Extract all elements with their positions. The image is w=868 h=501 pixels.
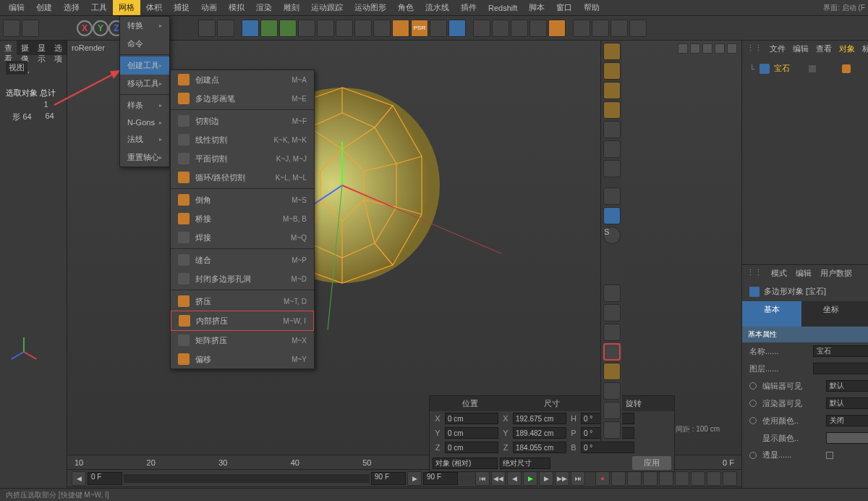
submenu-item[interactable]: 偏移M~Y: [171, 350, 314, 369]
coord-mode[interactable]: 对象 (相对): [433, 458, 498, 469]
phong-tag-icon[interactable]: [842, 64, 851, 73]
omtab-tags[interactable]: 标签: [862, 43, 868, 54]
rot-b[interactable]: [581, 442, 634, 453]
prop-usecolor[interactable]: 关闭: [826, 415, 868, 426]
menu-help[interactable]: 帮助: [578, 0, 605, 15]
mode-icon[interactable]: [603, 43, 621, 60]
key-icon[interactable]: [691, 471, 705, 486]
mode-icon[interactable]: [603, 62, 621, 80]
mode-icon[interactable]: [603, 343, 621, 361]
amtab-mode[interactable]: 模式: [771, 268, 787, 279]
radio-icon[interactable]: [749, 452, 757, 459]
submenu-item[interactable]: 内部挤压M~W, I: [171, 311, 314, 331]
submenu-item[interactable]: 矩阵挤压M~X: [171, 331, 314, 350]
submenu-item[interactable]: 多边形画笔M~E: [171, 89, 314, 108]
play-start[interactable]: ⏮: [475, 471, 490, 486]
menu-tools[interactable]: 工具: [85, 0, 113, 15]
submenu-item[interactable]: 平面切割K~J, M~J: [171, 149, 314, 168]
tab-display[interactable]: 显示: [33, 41, 50, 55]
prop-layer[interactable]: [813, 363, 868, 374]
play-play[interactable]: ▶: [523, 471, 537, 486]
vp-icon[interactable]: [727, 43, 737, 54]
vp-icon[interactable]: [702, 43, 712, 54]
size-z[interactable]: [513, 442, 566, 453]
mode-icon[interactable]: [603, 421, 621, 439]
size-y[interactable]: [513, 427, 566, 439]
prop-rendervis[interactable]: 默认: [826, 397, 868, 409]
timeline-prev[interactable]: ◀: [72, 471, 86, 486]
menu-char[interactable]: 角色: [392, 0, 420, 15]
submenu-item[interactable]: 焊接M~Q: [171, 228, 314, 247]
pos-z[interactable]: [445, 442, 498, 453]
mi-ngons[interactable]: N-Gons▸: [120, 114, 169, 130]
menu-select[interactable]: 选择: [58, 0, 85, 15]
menu-sim[interactable]: 模拟: [223, 0, 250, 15]
tab-options[interactable]: 选项: [50, 41, 67, 55]
mode-icon[interactable]: [603, 188, 621, 205]
attrtab-coord[interactable]: 坐标: [801, 301, 861, 327]
checkbox-xray[interactable]: [826, 452, 833, 459]
menu-edit[interactable]: 编辑: [3, 0, 30, 15]
mode-icon[interactable]: [603, 207, 621, 224]
submenu-item[interactable]: 线性切割K~K, M~K: [171, 130, 314, 149]
mi-normals[interactable]: 法线▸: [120, 130, 169, 148]
key-icon[interactable]: [627, 471, 642, 486]
menu-render[interactable]: 渲染: [250, 0, 278, 15]
layout-label[interactable]: 界面: 启动 (F: [823, 3, 865, 13]
mi-convert[interactable]: 转换▸: [120, 17, 169, 35]
tool-undo-icon[interactable]: [3, 20, 20, 37]
attrtab-basic[interactable]: 基本: [742, 301, 801, 327]
tool-icon[interactable]: [317, 20, 334, 37]
amtab-userdata[interactable]: 用户数据: [820, 268, 852, 279]
tree-item-gem[interactable]: └ 宝石: [749, 62, 868, 75]
autokey[interactable]: [611, 471, 626, 486]
mi-spline[interactable]: 样条▸: [120, 96, 169, 114]
rec-key[interactable]: ●: [595, 471, 610, 486]
tool-icon[interactable]: [354, 20, 372, 37]
play-back[interactable]: ◀◀: [491, 471, 506, 486]
tool-icon[interactable]: [592, 20, 609, 37]
tool-icon[interactable]: [336, 20, 353, 37]
coord-abs[interactable]: 绝对尺寸: [500, 458, 550, 469]
tool-icon[interactable]: [198, 20, 216, 37]
tool-icon[interactable]: [260, 20, 278, 37]
play-end[interactable]: ⏭: [571, 471, 585, 486]
key-icon[interactable]: [675, 471, 689, 486]
menu-window[interactable]: 窗口: [550, 0, 578, 15]
submenu-item[interactable]: 挤压M~T, D: [171, 292, 314, 311]
play-next[interactable]: ▶: [539, 471, 553, 486]
mi-create-tools[interactable]: 创建工具▸: [120, 56, 169, 75]
pos-x[interactable]: [445, 413, 498, 424]
tab-view[interactable]: 查看: [0, 41, 17, 55]
mode-icon[interactable]: [603, 285, 621, 302]
prop-name[interactable]: [813, 345, 868, 357]
radio-icon[interactable]: [749, 382, 757, 390]
timeline-slider[interactable]: [124, 474, 370, 483]
key-icon[interactable]: [707, 471, 721, 486]
tool-icon[interactable]: [629, 20, 647, 37]
menu-track[interactable]: 运动跟踪: [305, 0, 349, 15]
menu-redshift[interactable]: Redshift: [482, 1, 523, 14]
tool-icon[interactable]: [242, 20, 259, 37]
mi-commands[interactable]: 命令: [120, 35, 169, 53]
mode-icon[interactable]: S: [603, 227, 621, 244]
tool-redo-icon[interactable]: [22, 20, 39, 37]
radio-icon[interactable]: [749, 417, 757, 424]
vis-toggle-icon[interactable]: [809, 65, 816, 72]
vp-icon[interactable]: [715, 43, 725, 54]
mode-icon[interactable]: [603, 121, 621, 138]
frame-current[interactable]: 90 F: [371, 472, 406, 485]
menu-sculpt[interactable]: 雕刻: [278, 0, 305, 15]
mode-icon[interactable]: [603, 402, 621, 419]
mode-icon[interactable]: [603, 82, 621, 99]
submenu-item[interactable]: 创建点M~A: [171, 70, 314, 89]
menu-create[interactable]: 创建: [30, 0, 58, 15]
key-icon[interactable]: [643, 471, 658, 486]
tool-icon[interactable]: [492, 20, 509, 37]
omtab-edit[interactable]: 编辑: [793, 43, 809, 54]
menu-script[interactable]: 脚本: [523, 0, 550, 15]
menu-snap[interactable]: 捕捉: [168, 0, 195, 15]
mi-move-tools[interactable]: 移动工具▸: [120, 75, 169, 93]
tool-icon[interactable]: [573, 20, 590, 37]
frame-start[interactable]: 0 F: [88, 472, 122, 485]
